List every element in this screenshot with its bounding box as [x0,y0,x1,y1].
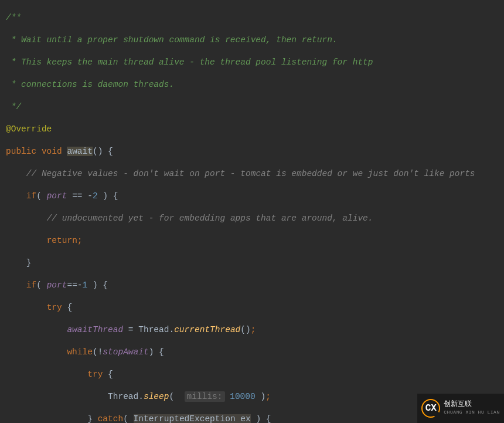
doc-comment-line: * connections is daemon threads. [6,80,174,89]
doc-comment-line: * This keeps the main thread alive - the… [6,57,373,67]
doc-comment-end: */ [6,102,21,111]
watermark-logo-icon: CX [421,399,440,418]
method-signature: public void await() { [6,146,504,157]
watermark-overlay: CX 创新互联 CHUANG XIN HU LIAN [417,394,504,423]
watermark-text-main: 创新互联 [444,400,499,408]
doc-comment-start: /** [6,13,21,22]
doc-comment-line: * Wait until a proper shutdown command i… [6,35,338,45]
param-hint-millis: millis: [185,391,225,402]
comment-negative: // Negative values - don't wait on port … [26,169,475,178]
field-awaitThread: awaitThread [67,325,123,334]
comment-undoc: // undocumented yet - for embedding apps… [47,214,373,223]
if-statement: if( port==-1 ) { [6,280,504,291]
try-block: try [47,303,62,312]
code-editor[interactable]: /** * Wait until a proper shutdown comma… [0,0,504,423]
while-loop: while [67,347,93,357]
catch-block: catch [98,414,124,423]
if-statement: if( port == -2 ) { [6,191,504,202]
annotation-override: @Override [6,124,52,134]
watermark-text-sub: CHUANG XIN HU LIAN [444,408,499,417]
return-stmt: return [47,236,77,245]
exception-var: InterruptedException ex [134,414,251,423]
